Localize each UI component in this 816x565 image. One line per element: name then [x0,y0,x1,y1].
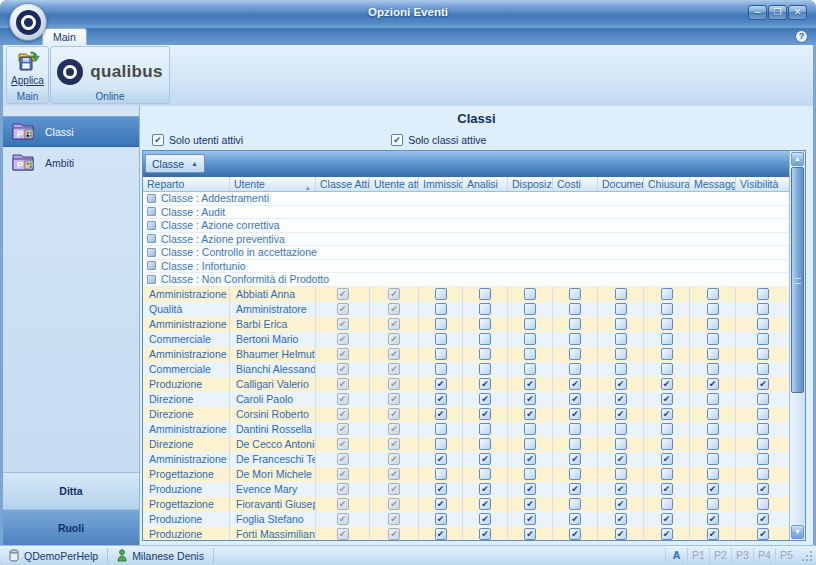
sidebar-item-classi[interactable]: P Classi [3,116,139,147]
checkbox-analisi[interactable]: ✔ [479,513,491,525]
sidebar-item-ambiti[interactable]: P Ambiti [3,147,139,178]
checkbox-solo-classi-attive[interactable]: ✔ [391,134,403,146]
column-header-chiusura[interactable]: Chiusura [644,177,690,191]
checkbox-analisi[interactable]: ✔ [479,393,491,405]
checkbox-analisi[interactable]: ✔ [479,483,491,495]
filter-solo-utenti-attivi[interactable]: ✔ Solo utenti attivi [152,134,243,146]
checkbox-disposizioni[interactable] [524,363,536,375]
ruoli-button[interactable]: Ruoli [3,509,139,545]
table-row-bhaumer-helmut[interactable]: AmministrazioneBhaumer Helmut✔✔ [143,347,790,362]
scroll-down-icon[interactable]: ▼ [791,525,804,539]
checkbox-costi[interactable] [569,318,581,330]
checkbox-immissione[interactable] [435,438,447,450]
checkbox-messaggio[interactable] [707,303,719,315]
expand-group-icon[interactable] [147,221,156,230]
expand-group-icon[interactable] [147,207,156,216]
page-button-p4[interactable]: P4 [753,548,775,563]
group-row-classe-azione-correttiva[interactable]: Classe : Azione correttiva [143,219,790,233]
column-header-analisi[interactable]: Analisi [463,177,508,191]
checkbox-messaggio[interactable] [707,318,719,330]
group-row-classe-infortunio[interactable]: Classe : Infortunio [143,260,790,274]
table-row-de-franceschi-teresa[interactable]: AmministrazioneDe Franceschi Teresa✔✔✔✔✔… [143,452,790,467]
checkbox-disposizioni[interactable]: ✔ [524,378,536,390]
group-by-classe-button[interactable]: Classe ▲ [145,154,205,173]
checkbox-documenti[interactable] [615,468,627,480]
table-row-corsini-roberto[interactable]: DirezioneCorsini Roberto✔✔✔✔✔✔✔✔ [143,407,790,422]
checkbox-analisi[interactable] [479,318,491,330]
group-row-classe-azione-preventiva[interactable]: Classe : Azione preventiva [143,233,790,247]
table-row-dantini-rossella[interactable]: AmministrazioneDantini Rossella✔✔ [143,422,790,437]
checkbox-chiusura[interactable]: ✔ [661,528,673,540]
checkbox-messaggio[interactable] [707,363,719,375]
checkbox-visibilita[interactable] [757,408,769,420]
checkbox-documenti[interactable]: ✔ [615,483,627,495]
table-row-amministratore[interactable]: QualitàAmministratore✔✔ [143,302,790,317]
page-button-p3[interactable]: P3 [731,548,753,563]
checkbox-documenti[interactable]: ✔ [615,378,627,390]
checkbox-documenti[interactable] [615,438,627,450]
checkbox-costi[interactable] [569,303,581,315]
checkbox-chiusura[interactable] [661,468,673,480]
checkbox-costi[interactable] [569,423,581,435]
vertical-scrollbar[interactable]: ▲ ▼ [789,151,805,540]
checkbox-documenti[interactable]: ✔ [615,528,627,540]
checkbox-immissione[interactable]: ✔ [435,513,447,525]
checkbox-visibilita[interactable]: ✔ [757,513,769,525]
checkbox-immissione[interactable]: ✔ [435,483,447,495]
checkbox-chiusura[interactable]: ✔ [661,408,673,420]
checkbox-documenti[interactable] [615,348,627,360]
column-header-costi[interactable]: Costi [553,177,598,191]
checkbox-documenti[interactable]: ✔ [615,498,627,510]
table-row-de-cecco-antonio[interactable]: DirezioneDe Cecco Antonio✔✔ [143,437,790,452]
column-header-utente[interactable]: Utente▲ [230,177,316,191]
checkbox-immissione[interactable] [435,423,447,435]
checkbox-analisi[interactable] [479,333,491,345]
checkbox-costi[interactable] [569,498,581,510]
checkbox-analisi[interactable] [479,363,491,375]
applica-button[interactable]: Applica [7,50,48,92]
checkbox-immissione[interactable]: ✔ [435,408,447,420]
checkbox-analisi[interactable] [479,303,491,315]
checkbox-visibilita[interactable] [757,498,769,510]
ditta-button[interactable]: Ditta [3,472,139,509]
checkbox-messaggio[interactable] [707,423,719,435]
checkbox-visibilita[interactable] [757,303,769,315]
table-row-caroli-paolo[interactable]: DirezioneCaroli Paolo✔✔✔✔✔✔✔✔ [143,392,790,407]
checkbox-chiusura[interactable]: ✔ [661,378,673,390]
checkbox-chiusura[interactable] [661,333,673,345]
checkbox-solo-utenti-attivi[interactable]: ✔ [152,134,164,146]
checkbox-visibilita[interactable] [757,438,769,450]
checkbox-documenti[interactable]: ✔ [615,513,627,525]
page-button-a[interactable]: A [665,548,687,563]
checkbox-immissione[interactable] [435,318,447,330]
checkbox-visibilita[interactable] [757,333,769,345]
checkbox-analisi[interactable] [479,288,491,300]
checkbox-disposizioni[interactable] [524,348,536,360]
checkbox-visibilita[interactable] [757,393,769,405]
checkbox-costi[interactable] [569,333,581,345]
checkbox-visibilita[interactable] [757,453,769,465]
checkbox-analisi[interactable] [479,423,491,435]
checkbox-disposizioni[interactable] [524,438,536,450]
checkbox-immissione[interactable] [435,468,447,480]
checkbox-chiusura[interactable]: ✔ [661,483,673,495]
table-row-foglia-stefano[interactable]: ProduzioneFoglia Stefano✔✔✔✔✔✔✔✔✔✔ [143,512,790,527]
checkbox-disposizioni[interactable]: ✔ [524,453,536,465]
checkbox-analisi[interactable]: ✔ [479,528,491,540]
column-header-immissione[interactable]: Immissione [419,177,463,191]
checkbox-visibilita[interactable] [757,423,769,435]
checkbox-immissione[interactable]: ✔ [435,528,447,540]
checkbox-disposizioni[interactable]: ✔ [524,408,536,420]
column-header-classe-attiva[interactable]: Classe Attiva [316,177,370,191]
checkbox-chiusura[interactable] [661,303,673,315]
checkbox-immissione[interactable]: ✔ [435,393,447,405]
checkbox-costi[interactable] [569,468,581,480]
expand-group-icon[interactable] [147,194,156,203]
checkbox-documenti[interactable] [615,423,627,435]
checkbox-messaggio[interactable] [707,393,719,405]
checkbox-analisi[interactable]: ✔ [479,453,491,465]
column-header-disposizioni[interactable]: Disposizioni [508,177,553,191]
checkbox-immissione[interactable]: ✔ [435,378,447,390]
checkbox-immissione[interactable]: ✔ [435,498,447,510]
checkbox-visibilita[interactable]: ✔ [757,483,769,495]
